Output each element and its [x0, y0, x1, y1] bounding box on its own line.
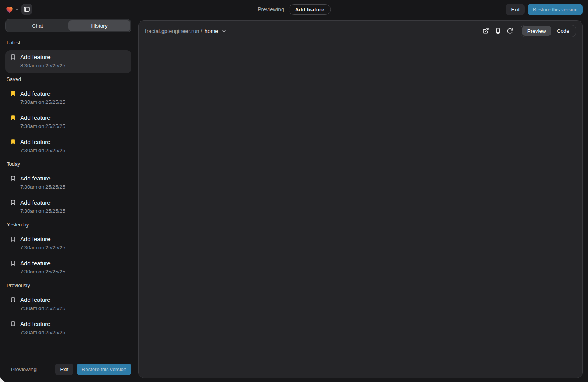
restore-version-button[interactable]: Restore this version [528, 4, 583, 15]
history-item[interactable]: Add feature7:30am on 25/25/25 [5, 87, 131, 110]
history-item[interactable]: Add feature7:30am on 25/25/25 [5, 135, 131, 158]
lovable-logo-menu[interactable] [5, 6, 19, 13]
history-section: LatestAdd feature8:30am on 25/25/25 [5, 40, 131, 73]
history-item-timestamp: 7:30am on 25/25/25 [20, 99, 127, 105]
topbar-right: Exit Restore this version [506, 4, 583, 15]
open-external-button[interactable] [481, 26, 491, 36]
history-item-timestamp: 7:30am on 25/25/25 [20, 123, 127, 129]
section-title: Latest [7, 40, 130, 46]
footer-restore-button[interactable]: Restore this version [77, 364, 131, 375]
history-item-timestamp: 7:30am on 25/25/25 [20, 184, 127, 190]
history-section: YesterdayAdd feature7:30am on 25/25/25Ad… [5, 222, 131, 279]
topbar-left [5, 4, 32, 15]
topbar: Previewing Add feature Exit Restore this… [0, 0, 588, 19]
bookmark-outline-icon [10, 54, 16, 60]
history-item-timestamp: 8:30am on 25/25/25 [20, 63, 127, 68]
bookmark-filled-icon [10, 139, 16, 145]
url-page: home [205, 28, 218, 34]
external-link-icon [483, 28, 489, 34]
version-badge: Add feature [289, 4, 331, 15]
bookmark-outline-icon [10, 236, 16, 242]
history-section: TodayAdd feature7:30am on 25/25/25Add fe… [5, 161, 131, 219]
mobile-icon [495, 28, 501, 34]
history-item-title: Add feature [20, 296, 51, 303]
preview-header: fractal.gptengineer.run / home [139, 21, 582, 41]
history-item[interactable]: Add feature7:30am on 25/25/25 [5, 111, 131, 134]
history-item-timestamp: 7:30am on 25/25/25 [20, 305, 127, 311]
history-item-timestamp: 7:30am on 25/25/25 [20, 245, 127, 251]
bookmark-filled-icon [10, 91, 16, 96]
history-item-title: Add feature [20, 260, 51, 266]
preview-url-selector[interactable]: fractal.gptengineer.run / home [145, 28, 226, 34]
url-domain: fractal.gptengineer.run / [145, 28, 202, 34]
previewing-label: Previewing [257, 6, 284, 12]
history-item-title: Add feature [20, 138, 51, 145]
history-list: LatestAdd feature8:30am on 25/25/25Saved… [5, 32, 131, 360]
history-item-timestamp: 7:30am on 25/25/25 [20, 329, 127, 335]
history-item[interactable]: Add feature7:30am on 25/25/25 [5, 196, 131, 219]
sidebar-toggle-button[interactable] [21, 4, 32, 15]
toggle-code[interactable]: Code [551, 26, 575, 36]
bookmark-outline-icon [10, 200, 16, 205]
history-item-title: Add feature [20, 199, 51, 206]
history-item[interactable]: Add feature7:30am on 25/25/25 [5, 172, 131, 195]
logo-chevron-down-icon [15, 7, 19, 11]
section-title: Today [7, 161, 130, 167]
toggle-preview[interactable]: Preview [522, 26, 551, 36]
history-item-title: Add feature [20, 236, 51, 242]
history-item[interactable]: Add feature7:30am on 25/25/25 [5, 293, 131, 316]
history-item[interactable]: Add feature7:30am on 25/25/25 [5, 232, 131, 255]
history-item-title: Add feature [20, 321, 51, 327]
tab-chat[interactable]: Chat [7, 20, 68, 31]
history-sidebar: Chat History LatestAdd feature8:30am on … [5, 19, 131, 378]
topbar-center: Previewing Add feature [257, 4, 331, 15]
preview-code-toggle: Preview Code [521, 25, 576, 37]
history-item-title: Add feature [20, 54, 51, 60]
bookmark-outline-icon [10, 321, 16, 327]
bookmark-outline-icon [10, 297, 16, 303]
history-section: PreviouslyAdd feature7:30am on 25/25/25A… [5, 282, 131, 340]
app-root: Previewing Add feature Exit Restore this… [0, 0, 588, 382]
history-item-timestamp: 7:30am on 25/25/25 [20, 147, 127, 153]
preview-pane: fractal.gptengineer.run / home [138, 20, 583, 378]
chat-history-tabs: Chat History [5, 19, 131, 32]
url-chevron-down-icon [222, 29, 226, 33]
history-section: SavedAdd feature7:30am on 25/25/25Add fe… [5, 76, 131, 158]
panel-left-icon [24, 6, 30, 12]
history-item[interactable]: Add feature7:30am on 25/25/25 [5, 317, 131, 340]
exit-button[interactable]: Exit [506, 4, 525, 15]
history-item-title: Add feature [20, 90, 51, 97]
section-title: Saved [7, 76, 130, 82]
footer-previewing-label: Previewing [11, 366, 37, 372]
preview-controls: Preview Code [481, 25, 576, 37]
tab-history[interactable]: History [68, 20, 130, 31]
history-item-timestamp: 7:30am on 25/25/25 [20, 269, 127, 275]
preview-content [139, 41, 582, 378]
bookmark-outline-icon [10, 175, 16, 181]
bookmark-filled-icon [10, 115, 16, 121]
mobile-view-button[interactable] [493, 26, 503, 36]
section-title: Yesterday [7, 222, 130, 228]
footer-exit-button[interactable]: Exit [55, 364, 74, 375]
history-item-timestamp: 7:30am on 25/25/25 [20, 208, 127, 214]
refresh-button[interactable] [505, 26, 515, 36]
refresh-icon [507, 28, 513, 34]
history-item[interactable]: Add feature8:30am on 25/25/25 [5, 50, 131, 73]
history-item-title: Add feature [20, 114, 51, 121]
history-item-title: Add feature [20, 175, 51, 182]
history-item[interactable]: Add feature7:30am on 25/25/25 [5, 256, 131, 279]
bookmark-outline-icon [10, 260, 16, 266]
sidebar-footer: Previewing Exit Restore this version [5, 360, 131, 378]
section-title: Previously [7, 282, 130, 288]
lovable-heart-icon [5, 6, 14, 13]
